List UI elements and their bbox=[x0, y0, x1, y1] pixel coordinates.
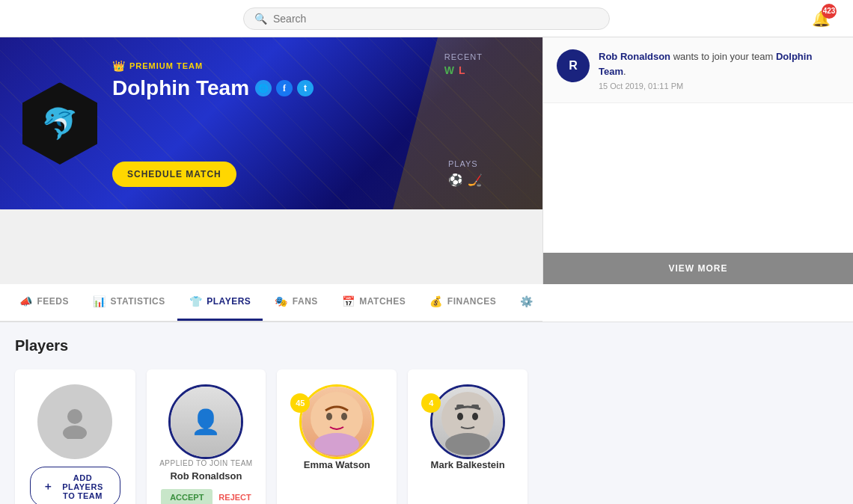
rob-status: APPLIED TO JOIN TEAM bbox=[159, 459, 252, 467]
tab-fans[interactable]: 🎭 FANS bbox=[263, 284, 330, 321]
svg-point-9 bbox=[472, 413, 478, 420]
rob-avatar: 👤 bbox=[168, 384, 243, 459]
mark-badge: 4 bbox=[421, 393, 441, 413]
tab-players[interactable]: 👕 PLAYERS bbox=[177, 284, 263, 321]
svg-point-4 bbox=[326, 413, 332, 420]
tab-feeds-label: FEEDS bbox=[37, 296, 70, 307]
notif-user-link[interactable]: Rob Ronaldson bbox=[599, 51, 670, 62]
plus-icon: ＋ bbox=[43, 480, 54, 494]
statistics-icon: 📊 bbox=[93, 295, 106, 307]
tab-settings[interactable]: ⚙️ bbox=[508, 284, 545, 321]
plays-section: PLAYS ⚽ 🏒 bbox=[448, 159, 483, 187]
svg-point-8 bbox=[457, 413, 463, 420]
tab-finances-label: FINANCES bbox=[447, 296, 496, 307]
team-logo: 🐬 bbox=[22, 81, 97, 167]
emma-avatar bbox=[299, 384, 374, 459]
mark-face bbox=[432, 387, 503, 457]
emma-face bbox=[302, 387, 372, 457]
svg-rect-11 bbox=[471, 405, 479, 408]
wl-row: W L bbox=[444, 64, 483, 76]
social-icons: 🌐 f t bbox=[255, 80, 314, 96]
feeds-icon: 📣 bbox=[19, 295, 33, 307]
rob-name: Rob Ronaldson bbox=[170, 470, 242, 482]
tab-players-label: PLAYERS bbox=[207, 296, 251, 307]
accept-button[interactable]: ACCEPT bbox=[161, 489, 213, 504]
players-icon: 👕 bbox=[189, 295, 203, 307]
right-notification-panel: R Rob Ronaldson wants to join your team … bbox=[542, 37, 853, 284]
premium-label: 👑 PREMIUM TEAM bbox=[112, 60, 314, 72]
add-players-button[interactable]: ＋ ADD PLAYERS TO TEAM bbox=[30, 467, 120, 504]
loss-badge: L bbox=[459, 64, 465, 76]
tab-statistics-label: STATISTICS bbox=[111, 296, 165, 307]
view-more-button[interactable]: VIEW MORE bbox=[543, 253, 853, 284]
mark-face-svg bbox=[434, 388, 501, 455]
tab-matches[interactable]: 📅 MATCHES bbox=[330, 284, 418, 321]
players-heading: Players bbox=[15, 337, 528, 354]
sport-icons: ⚽ 🏒 bbox=[448, 173, 483, 187]
team-name: Dolphin Team 🌐 f t bbox=[112, 76, 314, 100]
win-badge: W bbox=[444, 64, 454, 76]
top-bar: 🔍 🔔 423 bbox=[0, 0, 853, 37]
right-content-area bbox=[542, 322, 853, 504]
notif-user-avatar: R bbox=[557, 49, 590, 82]
recent-label: RECENT bbox=[444, 52, 483, 61]
tab-feeds[interactable]: 📣 FEEDS bbox=[7, 284, 81, 321]
svg-point-7 bbox=[445, 433, 490, 455]
tab-matches-label: MATCHES bbox=[359, 296, 406, 307]
search-container: 🔍 bbox=[243, 7, 610, 30]
svg-rect-10 bbox=[456, 405, 464, 408]
finances-icon: 💰 bbox=[429, 295, 443, 307]
team-info: 👑 PREMIUM TEAM Dolphin Team 🌐 f t bbox=[112, 60, 314, 100]
tab-statistics[interactable]: 📊 STATISTICS bbox=[81, 284, 177, 321]
add-player-avatar bbox=[37, 384, 112, 459]
svg-point-1 bbox=[63, 425, 87, 439]
tab-finances[interactable]: 💰 FINANCES bbox=[418, 284, 508, 321]
search-input[interactable] bbox=[273, 13, 599, 25]
emma-face-svg bbox=[303, 388, 370, 455]
notif-timestamp: 15 Oct 2019, 01:11 PM bbox=[599, 82, 840, 90]
twitter-icon[interactable]: t bbox=[297, 80, 314, 96]
emma-watson-card: 45 Emma Watson bbox=[277, 369, 397, 504]
recent-results: RECENT W L bbox=[444, 52, 483, 76]
notification-bell[interactable]: 🔔 423 bbox=[812, 10, 831, 28]
svg-point-0 bbox=[67, 409, 82, 424]
person-silhouette-icon bbox=[58, 405, 92, 439]
main-content: Players ＋ ADD PLAYERS TO TEAM 👤 bbox=[0, 322, 853, 504]
mark-name: Mark Balkestein bbox=[431, 459, 505, 470]
rob-ronaldson-card: 👤 APPLIED TO JOIN TEAM Rob Ronaldson ACC… bbox=[147, 369, 266, 504]
players-panel: Players ＋ ADD PLAYERS TO TEAM 👤 bbox=[0, 322, 542, 504]
soccer-icon: ⚽ bbox=[448, 173, 463, 187]
schedule-match-button[interactable]: SCHEDULE MATCH bbox=[112, 162, 236, 187]
globe-icon[interactable]: 🌐 bbox=[255, 80, 272, 96]
matches-icon: 📅 bbox=[342, 295, 355, 307]
emma-name: Emma Watson bbox=[304, 459, 370, 470]
add-player-card: ＋ ADD PLAYERS TO TEAM bbox=[15, 369, 135, 504]
svg-point-5 bbox=[341, 413, 347, 420]
plays-label: PLAYS bbox=[448, 159, 483, 168]
search-icon: 🔍 bbox=[254, 13, 267, 25]
tab-fans-label: FANS bbox=[293, 296, 318, 307]
notif-text: Rob Ronaldson wants to join your team Do… bbox=[599, 49, 840, 79]
team-logo-icon: 🐬 bbox=[41, 106, 79, 141]
hockey-icon: 🏒 bbox=[468, 173, 483, 187]
notification-item: R Rob Ronaldson wants to join your team … bbox=[543, 37, 853, 103]
fans-icon: 🎭 bbox=[275, 295, 288, 307]
hero-banner: 🐬 👑 PREMIUM TEAM Dolphin Team 🌐 f t SCHE… bbox=[0, 37, 542, 209]
settings-icon: ⚙️ bbox=[520, 295, 533, 307]
notif-body: Rob Ronaldson wants to join your team Do… bbox=[599, 49, 840, 90]
svg-point-3 bbox=[314, 433, 359, 455]
rob-action-buttons: ACCEPT REJECT bbox=[161, 489, 251, 504]
crown-icon: 👑 bbox=[112, 60, 126, 72]
rob-face: 👤 bbox=[171, 387, 241, 457]
mark-avatar bbox=[430, 384, 505, 459]
notification-badge: 423 bbox=[822, 4, 837, 19]
nav-tabs: 📣 FEEDS 📊 STATISTICS 👕 PLAYERS 🎭 FANS 📅 … bbox=[0, 284, 542, 322]
mark-balkestein-card: 4 Mark bbox=[408, 369, 528, 504]
reject-button[interactable]: REJECT bbox=[218, 489, 251, 504]
players-grid: ＋ ADD PLAYERS TO TEAM 👤 APPLIED TO JOIN … bbox=[15, 369, 528, 504]
facebook-icon[interactable]: f bbox=[276, 80, 293, 96]
